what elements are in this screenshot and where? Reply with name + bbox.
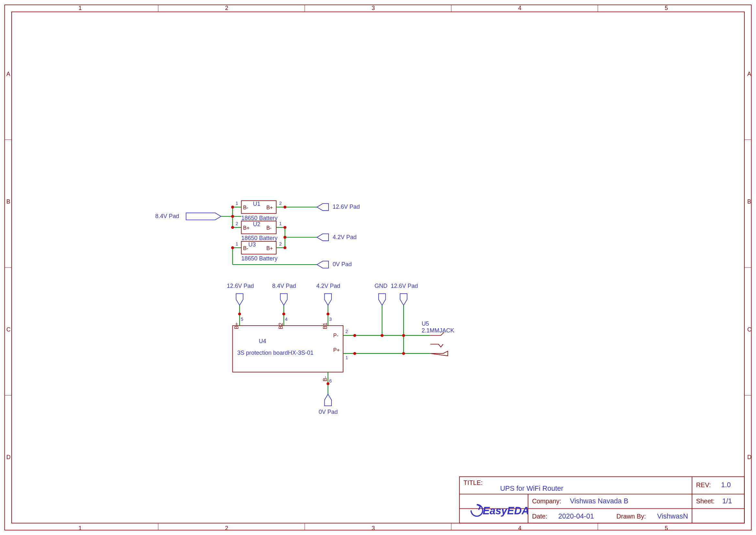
- svg-text:8.4V Pad: 8.4V Pad: [155, 213, 179, 219]
- svg-text:Sheet:: Sheet:: [696, 497, 714, 505]
- svg-text:B: B: [747, 198, 751, 205]
- svg-text:B-: B-: [266, 225, 272, 231]
- svg-text:Drawn By:: Drawn By:: [616, 513, 646, 520]
- svg-point-95: [238, 312, 241, 315]
- net-12-6v-pad-u4: 12.6V Pad: [227, 283, 254, 305]
- svg-text:P-: P-: [333, 332, 339, 338]
- svg-text:6: 6: [329, 378, 332, 383]
- svg-text:U2: U2: [253, 221, 260, 227]
- svg-text:REV:: REV:: [696, 481, 711, 489]
- svg-text:2.1MMJACK: 2.1MMJACK: [422, 327, 454, 334]
- svg-text:2: 2: [235, 221, 238, 226]
- component-u2: U2 18650 Battery B+ B- 2 1: [235, 221, 282, 242]
- u4-top-wires: [238, 305, 329, 326]
- svg-text:VishwasN: VishwasN: [657, 512, 688, 520]
- svg-text:3: 3: [329, 317, 332, 322]
- svg-text:12.6V Pad: 12.6V Pad: [391, 283, 418, 289]
- component-u4: U4 3S protection boardHX-3S-01 B+ B2 B1 …: [232, 317, 348, 383]
- easyeda-logo-icon: [471, 505, 483, 516]
- svg-point-68: [284, 246, 287, 249]
- svg-text:B2: B2: [278, 323, 284, 329]
- svg-text:18650 Battery: 18650 Battery: [241, 215, 277, 221]
- svg-text:A: A: [747, 71, 751, 77]
- svg-text:2: 2: [345, 329, 348, 334]
- svg-text:Date:: Date:: [532, 513, 547, 520]
- svg-text:B+: B+: [266, 205, 273, 210]
- svg-text:5: 5: [665, 5, 668, 11]
- svg-point-108: [380, 334, 383, 337]
- svg-point-114: [402, 334, 405, 337]
- svg-text:D: D: [747, 454, 751, 460]
- svg-text:C: C: [7, 326, 11, 333]
- svg-text:0V Pad: 0V Pad: [333, 261, 352, 268]
- svg-text:5: 5: [665, 525, 668, 531]
- net-4-2v-pad-u4: 4.2V Pad: [316, 283, 340, 305]
- svg-text:2: 2: [279, 241, 282, 246]
- svg-text:3: 3: [372, 525, 375, 531]
- svg-text:B+: B+: [266, 245, 273, 251]
- svg-text:5: 5: [241, 317, 244, 322]
- svg-text:18650 Battery: 18650 Battery: [241, 235, 277, 241]
- svg-text:D: D: [7, 454, 11, 460]
- svg-text:U1: U1: [253, 201, 260, 207]
- svg-text:Company:: Company:: [532, 497, 561, 505]
- svg-text:2: 2: [225, 525, 228, 531]
- svg-text:12.6V Pad: 12.6V Pad: [227, 283, 254, 289]
- svg-text:P+: P+: [333, 347, 340, 353]
- component-u3: U3 18650 Battery B- B+ 1 2: [235, 241, 282, 262]
- net-0v-pad-u3: 0V Pad: [317, 261, 352, 268]
- svg-text:18650 Battery: 18650 Battery: [241, 255, 277, 262]
- u4-right-wires: [343, 305, 430, 355]
- svg-point-112: [402, 352, 405, 355]
- svg-text:0V Pad: 0V Pad: [319, 409, 338, 415]
- svg-text:B+: B+: [233, 323, 239, 329]
- svg-text:1/1: 1/1: [722, 497, 732, 505]
- net-12-6v-top: 12.6V Pad: [391, 283, 418, 305]
- u4-bottom-wire: [327, 372, 329, 394]
- svg-rect-77: [232, 326, 343, 372]
- svg-text:1: 1: [279, 221, 282, 226]
- svg-text:3S protection boardHX-3S-01: 3S protection boardHX-3S-01: [237, 350, 314, 356]
- svg-text:B+: B+: [243, 225, 250, 231]
- svg-text:2: 2: [225, 5, 228, 11]
- svg-point-97: [327, 312, 329, 315]
- svg-text:EasyEDA: EasyEDA: [483, 505, 529, 517]
- svg-text:1: 1: [235, 241, 238, 246]
- svg-text:B: B: [7, 198, 10, 205]
- svg-point-59: [231, 226, 234, 229]
- svg-point-113: [353, 352, 356, 355]
- svg-text:Vishwas Navada B: Vishwas Navada B: [570, 497, 628, 505]
- svg-text:4.2V Pad: 4.2V Pad: [333, 234, 357, 240]
- svg-point-67: [284, 236, 287, 239]
- svg-text:U5: U5: [422, 321, 429, 327]
- svg-text:12.6V Pad: 12.6V Pad: [333, 204, 360, 210]
- net-8-4v-pad-left: 8.4V Pad: [155, 213, 221, 220]
- svg-point-61: [284, 206, 287, 209]
- svg-point-96: [282, 312, 285, 315]
- svg-text:8.4V Pad: 8.4V Pad: [272, 283, 296, 289]
- svg-text:GND: GND: [375, 283, 387, 289]
- svg-text:1: 1: [78, 525, 82, 531]
- svg-text:B-: B-: [243, 205, 248, 210]
- net-4-2v-pad-u2u3: 4.2V Pad: [317, 234, 356, 241]
- svg-text:4: 4: [285, 317, 287, 322]
- svg-text:U4: U4: [259, 338, 266, 344]
- outer-frame: [5, 5, 751, 530]
- svg-text:1: 1: [345, 355, 348, 360]
- column-ruler: 1 2 3 4 5 1 2 3 4 5: [78, 5, 668, 531]
- svg-text:1: 1: [235, 201, 238, 206]
- svg-text:UPS for WiFi Router: UPS for WiFi Router: [500, 484, 563, 493]
- net-0v-pad-u4: 0V Pad: [319, 394, 338, 415]
- net-8-4v-pad-u4: 8.4V Pad: [272, 283, 296, 305]
- svg-text:1.0: 1.0: [721, 481, 731, 489]
- svg-text:4: 4: [518, 5, 521, 11]
- row-ruler: AA BB CC DD: [5, 71, 751, 461]
- svg-point-58: [231, 206, 234, 209]
- svg-text:A: A: [7, 71, 10, 77]
- svg-text:2: 2: [279, 201, 282, 206]
- svg-point-72: [231, 246, 234, 249]
- svg-text:B1: B1: [322, 323, 328, 329]
- svg-point-109: [353, 334, 356, 337]
- svg-point-102: [327, 382, 329, 385]
- svg-text:U3: U3: [248, 241, 256, 248]
